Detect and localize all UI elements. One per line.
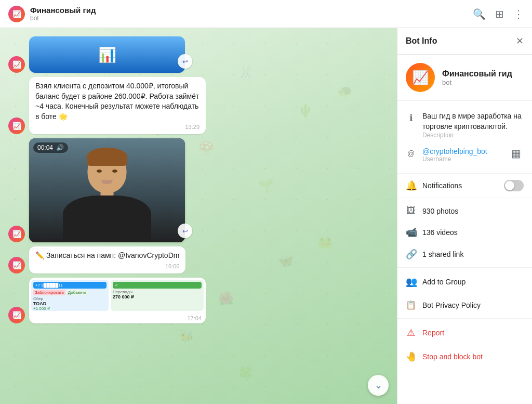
privacy-policy-row[interactable]: 📋 Bot Privacy Policy (397, 294, 532, 316)
sender-avatar-2: 📈 (8, 118, 25, 134)
description-content: Ваш гид в мире заработка на торговле кри… (422, 111, 524, 139)
message-text-2: Взял клиента с депозитом 40.000₽, итогов… (35, 81, 200, 122)
message-4: 📈 ✏️ Записаться на памп: @IvanovCryptoDm… (8, 246, 389, 273)
report-row[interactable]: ⚠ Report (397, 321, 532, 345)
description-label: Description (422, 132, 524, 139)
privacy-policy-label: Bot Privacy Policy (422, 301, 481, 309)
stop-icon: 🤚 (406, 351, 416, 362)
description-row: ℹ Ваш гид в мире заработка на торговле к… (406, 107, 524, 143)
video-icon: 📹 (406, 227, 416, 238)
videos-count: 136 videos (422, 228, 524, 237)
screenshot-time: 17:04 (29, 313, 206, 323)
report-label: Report (422, 329, 444, 337)
sender-avatar-1: 📈 (8, 56, 25, 73)
main-layout: 🌿 🐰 🌵 🍄 🌱 🐢 🌸 🦋 🌺 🐝 🥕 🌻 🍀 🐸 🌊 📈 (0, 28, 532, 404)
message-3: 📈 (8, 138, 389, 242)
video-controls: 00:04 🔊 (33, 142, 68, 153)
top-bar-icons: 🔍 ⊞ ⋮ (473, 8, 524, 20)
bot-avatar-emoji: 📈 (412, 70, 429, 86)
message-5: 📈 +7 9█████11 Заблокировать Добав (8, 278, 389, 323)
info-icon: ℹ (406, 112, 416, 124)
media-section: 🖼 930 photos 📹 136 videos 🔗 1 shared lin… (397, 198, 532, 268)
bot-info-header: Bot Info ✕ (397, 28, 532, 55)
username-content: @cryptohelping_bot Username (422, 147, 505, 163)
chat-area: 🌿 🐰 🌵 🍄 🌱 🐢 🌸 🦋 🌺 🐝 🥕 🌻 🍀 🐸 🌊 📈 (0, 28, 397, 404)
volume-icon: 🔊 (56, 144, 64, 151)
photos-count: 930 photos (422, 207, 524, 215)
notifications-row: 🔔 Notifications (397, 174, 532, 198)
chat-messages: 📈 📊 ↩ 📈 Взял клиента с депозитом 40.000₽… (0, 28, 397, 404)
top-bar-left: 📈 Финансовый гид bot (8, 6, 473, 22)
stop-block-label: Stop and block bot (422, 353, 483, 361)
bot-profile: 📈 Финансовый гид bot (397, 55, 532, 101)
image-bubble-1: 📊 (29, 36, 185, 73)
qr-icon[interactable]: ▦ (511, 147, 524, 160)
photos-row[interactable]: 🖼 930 photos (397, 200, 532, 221)
sender-avatar-3: 📈 (8, 226, 25, 242)
description-section: ℹ Ваш гид в мире заработка на торговле к… (397, 101, 532, 174)
add-person-icon: 👥 (406, 276, 416, 288)
add-to-group-row[interactable]: 👥 Add to Group (397, 270, 532, 294)
sender-avatar-5: 📈 (8, 307, 25, 323)
top-bar-info: Финансовый гид bot (30, 6, 96, 22)
video-content (29, 138, 185, 242)
chat-avatar: 📈 (8, 6, 25, 22)
bot-tag: bot (442, 79, 512, 86)
username-label: Username (422, 155, 505, 163)
video-duration: 00:04 (37, 144, 53, 151)
add-to-group-label: Add to Group (422, 278, 466, 286)
stop-block-row[interactable]: 🤚 Stop and block bot (397, 345, 532, 369)
description-text: Ваш гид в мире заработка на торговле кри… (422, 111, 524, 132)
danger-section: ⚠ Report 🤚 Stop and block bot (397, 319, 532, 371)
toggle-knob (505, 181, 514, 190)
sender-avatar-4: 📈 (8, 257, 25, 273)
chevron-down-icon: ⌄ (375, 380, 382, 391)
text-bubble-2: Взял клиента с депозитом 40.000₽, итогов… (29, 77, 206, 134)
close-button[interactable]: ✕ (516, 35, 524, 47)
report-icon: ⚠ (406, 327, 416, 338)
chat-subtitle: bot (30, 15, 96, 22)
top-bar: 📈 Финансовый гид bot 🔍 ⊞ ⋮ (0, 0, 532, 28)
forward-button-1[interactable]: ↩ (178, 54, 192, 69)
bell-icon: 🔔 (406, 180, 416, 191)
photo-icon: 🖼 (406, 205, 416, 216)
caption-bubble-4: ✏️ Записаться на памп: @IvanovCryptoDm 1… (29, 246, 185, 273)
link-icon: 🔗 (406, 249, 416, 260)
screenshot-thumb-1: +7 9█████11 Заблокировать Добавить Сбер … (31, 280, 109, 311)
links-row[interactable]: 🔗 1 shared link (397, 243, 532, 265)
notifications-toggle[interactable] (504, 180, 524, 191)
message-1: 📈 📊 ↩ (8, 36, 389, 73)
message-time-2: 13:29 (35, 124, 200, 130)
message-time-4: 16:06 (35, 263, 179, 269)
bot-avatar: 📈 (406, 63, 435, 92)
privacy-icon: 📋 (406, 300, 416, 310)
video-bubble-3[interactable]: 00:04 🔊 (29, 138, 185, 242)
search-icon[interactable]: 🔍 (473, 8, 486, 20)
chat-title: Финансовый гид (30, 6, 96, 15)
notifications-label: Notifications (422, 181, 498, 190)
links-count: 1 shared link (422, 250, 524, 258)
message-text-4: ✏️ Записаться на памп: @IvanovCryptoDm (35, 251, 179, 261)
actions-section: 👥 Add to Group 📋 Bot Privacy Policy (397, 268, 532, 319)
screenshot-thumb-2: ✓ Переводы 270 000 ₽ (111, 280, 204, 311)
username-icon: @ (406, 149, 416, 158)
forward-button-3[interactable]: ↩ (178, 224, 192, 238)
bot-name: Финансовый гид (442, 69, 512, 79)
bot-info-panel: Bot Info ✕ 📈 Финансовый гид bot ℹ Ваш ги… (397, 28, 532, 404)
screenshot-bubble-5: +7 9█████11 Заблокировать Добавить Сбер … (29, 278, 206, 323)
scroll-down-button[interactable]: ⌄ (368, 375, 389, 396)
screenshot-row: +7 9█████11 Заблокировать Добавить Сбер … (29, 278, 206, 313)
layout-icon[interactable]: ⊞ (495, 8, 504, 20)
bot-profile-info: Финансовый гид bot (442, 69, 512, 86)
username-link[interactable]: @cryptohelping_bot (422, 147, 505, 155)
bot-info-title: Bot Info (406, 36, 437, 46)
videos-row[interactable]: 📹 136 videos (397, 221, 532, 243)
username-row: @ @cryptohelping_bot Username ▦ (406, 143, 524, 167)
more-icon[interactable]: ⋮ (513, 8, 524, 20)
message-2: 📈 Взял клиента с депозитом 40.000₽, итог… (8, 77, 389, 134)
